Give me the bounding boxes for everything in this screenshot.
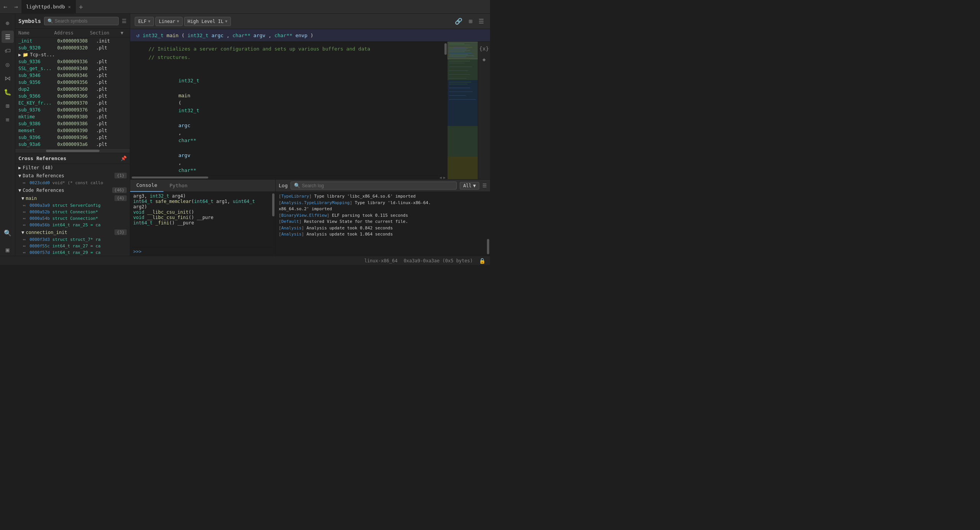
xref-arrow-icon: ↤	[23, 222, 26, 227]
console-output[interactable]: arg3, int32_t arg4) int64_t safe_memclea…	[130, 192, 271, 247]
columns-icon[interactable]: ⊞	[467, 17, 474, 26]
scroll-thumb[interactable]	[46, 150, 100, 152]
table-row[interactable]: EC_KEY_fr... 0x000009370 .plt	[15, 100, 130, 106]
xref-code-refs-header[interactable]: ▼ Code References {46}	[15, 186, 130, 194]
linear-dropdown-button[interactable]: Linear ▼	[155, 17, 183, 26]
log-menu-button[interactable]: ☰	[482, 183, 487, 188]
xref-data-item[interactable]: ↦ 0023cdd0 void* (* const callo	[15, 180, 130, 186]
sidebar-icon-home[interactable]: ⊕	[2, 17, 14, 29]
xref-coninit-group-header[interactable]: ▼ connection_init {3}	[15, 228, 130, 236]
code-horizontal-scrollbar[interactable]: ◀ ▶	[130, 175, 447, 179]
file-tab[interactable]: lighttpd.bndb ✕	[21, 0, 76, 14]
table-row[interactable]: sub_9396 0x000009396 .plt	[15, 134, 130, 141]
console-scrollbar-thumb[interactable]	[272, 193, 274, 216]
forward-button[interactable]: →	[11, 0, 21, 14]
code-view[interactable]: // Initializes a server configuration an…	[130, 42, 447, 175]
sidebar-icon-debug[interactable]: 🐛	[2, 86, 14, 98]
sym-name: EC_KEY_fr...	[18, 100, 57, 106]
console-line: int64_t safe_memclear(int64_t arg1, uint…	[133, 199, 268, 209]
table-row[interactable]: sub_9366 0x000009366 .plt	[15, 93, 130, 100]
status-lock-icon: 🔒	[479, 258, 485, 264]
sidebar-icon-search[interactable]: 🔍	[2, 227, 14, 239]
xref-code-item[interactable]: ↤ 0000a56b int64_t rax_25 = ca	[15, 222, 130, 228]
sidebar-icon-layers[interactable]: ≡	[2, 113, 14, 126]
col-section: Section	[90, 30, 121, 36]
table-row-folder[interactable]: ▶ 📁 Tcp-st...	[15, 51, 130, 58]
coninit-label: connection_init	[26, 230, 67, 235]
symbols-menu-button[interactable]: ☰	[122, 18, 127, 24]
table-row[interactable]: mktime 0x000009380 .plt	[15, 113, 130, 120]
xref-main-group-header[interactable]: ▼ main {4}	[15, 194, 130, 202]
log-search-input[interactable]	[302, 183, 453, 188]
scroll-arrow-right[interactable]: ▶	[443, 175, 446, 179]
sidebar-icon-grid[interactable]: ⊞	[2, 100, 14, 112]
xref-code: struct Connection*	[52, 216, 98, 221]
svg-rect-19	[449, 70, 468, 71]
table-row[interactable]: sub_9386 0x000009386 .plt	[15, 120, 130, 127]
xref-pin-button[interactable]: 📌	[121, 155, 127, 161]
table-row[interactable]: sub_9336 0x000009336 .plt	[15, 58, 130, 65]
symbols-search-input[interactable]	[55, 18, 115, 24]
xref-arrow-icon: ↤	[23, 250, 26, 255]
xref-arrow-icon: ↤	[23, 203, 26, 208]
xref-code-item[interactable]: ↤ 0000f3d3 struct struct_7* ra	[15, 236, 130, 243]
sym-section: .plt	[96, 59, 127, 64]
console-vertical-scrollbar[interactable]	[271, 192, 275, 247]
link-icon[interactable]: 🔗	[453, 17, 464, 26]
xref-code-item[interactable]: ↤ 0000a52b struct Connection*	[15, 209, 130, 215]
back-button[interactable]: ←	[0, 0, 11, 14]
tab-close-button[interactable]: ✕	[68, 4, 71, 10]
table-row[interactable]: sub_9356 0x000009356 .plt	[15, 79, 130, 86]
symbols-horizontal-scrollbar[interactable]	[15, 148, 130, 153]
xref-code-item[interactable]: ↤ 0000f57d int64_t rax_29 = ca	[15, 249, 130, 256]
vertical-scrollbar[interactable]	[444, 42, 447, 175]
elf-dropdown-button[interactable]: ELF ▼	[135, 17, 154, 26]
table-row[interactable]: _init 0x000009308 .init	[15, 38, 130, 44]
log-search-box[interactable]: 🔍	[291, 182, 457, 190]
folder-expand-icon: ▶	[18, 52, 21, 57]
table-row[interactable]: sub_9376 0x000009376 .plt	[15, 106, 130, 113]
sym-addr: 0x000009370	[57, 100, 96, 106]
code-scroll-thumb[interactable]	[132, 177, 208, 178]
tab-console[interactable]: Console	[130, 180, 163, 192]
sidebar-icon-terminal[interactable]: ▣	[2, 244, 14, 256]
new-tab-button[interactable]: +	[76, 3, 86, 11]
filter-expand-icon: ▶	[18, 165, 21, 170]
console-prompt[interactable]: >>>	[130, 247, 275, 256]
sidebar-icon-graph[interactable]: ⋈	[2, 72, 14, 84]
sym-section: .plt	[96, 107, 127, 113]
svg-rect-1	[448, 80, 478, 126]
xref-code-item[interactable]: ↤ 0000a54b struct Connection*	[15, 215, 130, 222]
sidebar-icon-tags[interactable]: 🏷	[2, 44, 14, 57]
table-row[interactable]: memset 0x000009390 .plt	[15, 127, 130, 134]
xref-data-refs-header[interactable]: ▼ Data References {1}	[15, 172, 130, 180]
sym-folder-name: Tcp-st...	[30, 52, 55, 57]
log-filter-dropdown[interactable]: All ▼	[460, 182, 479, 190]
toolbar-menu-icon[interactable]: ☰	[477, 17, 485, 26]
right-icon-layers[interactable]: ◈	[482, 56, 486, 63]
table-row[interactable]: sub_9346 0x000009346 .plt	[15, 72, 130, 79]
console-panel: Console Python arg3, int32_t arg4) int64…	[130, 180, 276, 256]
scrollbar-thumb[interactable]	[444, 43, 447, 55]
xref-filter-button[interactable]: ▶ Filter (48)	[15, 164, 130, 172]
table-row[interactable]: dup2 0x000009360 .plt	[15, 86, 130, 93]
log-vertical-scrollbar[interactable]	[486, 192, 490, 256]
xref-code-item[interactable]: ↤ 0000a3a9 struct ServerConfig	[15, 202, 130, 209]
hlil-dropdown-button[interactable]: High Level IL ▼	[184, 17, 231, 26]
xref-code-item[interactable]: ↤ 0000f55c int64_t rax_27 = ca	[15, 243, 130, 249]
log-scrollbar-thumb[interactable]	[487, 239, 489, 254]
right-icon-x[interactable]: {x}	[479, 45, 490, 52]
svg-rect-5	[449, 44, 464, 44]
table-row[interactable]: SSL_get_s... 0x000009340 .plt	[15, 65, 130, 72]
table-row[interactable]: sub_9320 0x000009320 .plt	[15, 44, 130, 51]
sidebar-icon-map[interactable]: ◎	[2, 58, 14, 70]
tab-python[interactable]: Python	[163, 180, 194, 192]
table-row[interactable]: sub_93a6 0x0000093a6 .plt	[15, 141, 130, 148]
scroll-arrow-left[interactable]: ◀	[439, 175, 442, 179]
log-output[interactable]: [TypeLibrary] Type library 'libc_x86_64.…	[276, 192, 486, 256]
symbols-table[interactable]: _init 0x000009308 .init sub_9320 0x00000…	[15, 38, 130, 148]
refresh-icon[interactable]: ↺	[136, 32, 139, 38]
sidebar-icon-symbols[interactable]: ☰	[2, 31, 14, 43]
xref-addr: 0000a56b	[29, 222, 50, 227]
symbols-search-box[interactable]: 🔍	[44, 17, 119, 25]
